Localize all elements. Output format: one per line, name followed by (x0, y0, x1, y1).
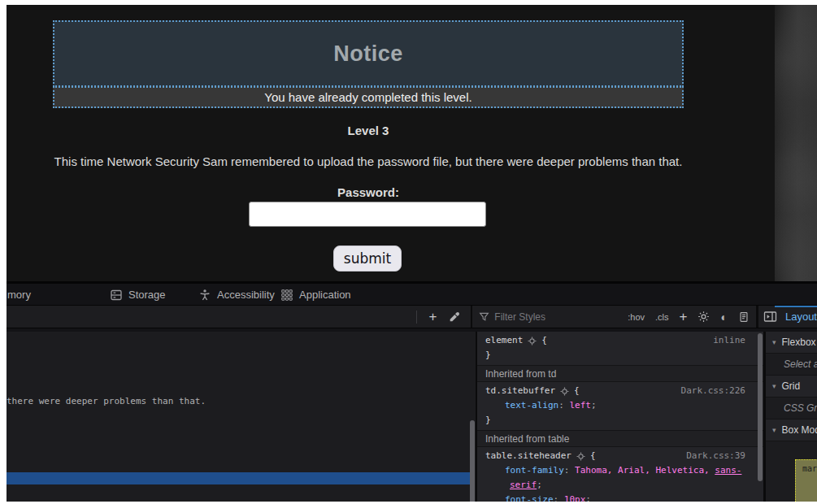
level-heading: Level 3 (7, 124, 730, 137)
rules-scrollbar[interactable] (758, 333, 763, 481)
devtools-tab-bar: mory Storage (7, 284, 817, 306)
password-input[interactable] (249, 202, 486, 227)
layout-panel: ▾ Flexbox Select a Flexbox container or … (763, 332, 817, 502)
tab-memory[interactable]: mory (7, 284, 31, 306)
dark-scheme-icon[interactable]: ◐ (720, 311, 727, 324)
grid-empty-message: CSS Grid is not in use on this page (766, 398, 817, 419)
light-scheme-icon[interactable] (697, 311, 710, 323)
tab-storage[interactable]: Storage (110, 284, 166, 306)
disclosure-triangle-icon: ▾ (772, 382, 776, 390)
print-media-icon[interactable] (738, 311, 750, 323)
accessibility-icon (198, 289, 211, 302)
split-console-pane-icon[interactable] (763, 311, 777, 323)
browser-viewport: Notice You have already completed this l… (7, 5, 817, 502)
rule-selector[interactable]: td.sitebuffer { (485, 384, 580, 398)
inspector-toolbar: + :hov (7, 306, 817, 328)
css-declaration[interactable]: font-size: 10px; (485, 493, 745, 502)
notice-title: Notice (333, 41, 403, 67)
notice-box: Notice You have already completed this l… (53, 20, 684, 108)
css-declaration[interactable]: font-family: Tahoma, Arial, Helvetica, s… (485, 463, 745, 493)
markup-text-node[interactable]: there were deeper problems than that. (7, 396, 206, 406)
rule-source: Dark.css:226 (681, 384, 745, 398)
notice-header: Notice (53, 20, 684, 87)
filter-icon (479, 311, 489, 322)
selected-node-row[interactable] (7, 472, 471, 484)
flexbox-empty-message: Select a Flexbox container or item to co… (766, 354, 817, 376)
markup-scrollbar[interactable] (470, 420, 475, 502)
disclosure-triangle-icon: ▾ (772, 426, 776, 434)
level-description: This time Network Security Sam remembere… (7, 154, 730, 168)
toolbar-separator (416, 311, 417, 324)
tab-accessibility[interactable]: Accessibility (198, 284, 275, 306)
rules-toolbar-buttons: :hov .cls + ◐ (628, 311, 750, 324)
inherited-from-header: Inherited from table (477, 430, 763, 447)
screenshot-frame: Notice You have already completed this l… (0, 0, 817, 504)
selector-highlighter-icon[interactable] (576, 452, 585, 461)
password-label: Password: (7, 185, 730, 199)
notice-message: You have already completed this level. (53, 86, 684, 108)
disclosure-triangle-icon: ▾ (772, 338, 776, 346)
margin-label: margin (802, 464, 817, 473)
rule-selector[interactable]: table.siteheader { (485, 449, 596, 463)
devtools-panel: mory Storage (7, 281, 817, 502)
rule-source: Dark.css:39 (686, 449, 745, 463)
filter-styles-input[interactable] (494, 311, 623, 323)
box-model-margin-region[interactable]: margin (795, 459, 817, 502)
section-box-model[interactable]: ▾ Box Model (766, 419, 817, 441)
section-grid[interactable]: ▾ Grid (766, 376, 817, 398)
webpage: Notice You have already completed this l… (7, 5, 817, 281)
rule-source: inline (713, 333, 745, 348)
css-rule-table-siteheader[interactable]: table.siteheader { Dark.css:39 (477, 447, 757, 502)
css-rule-element[interactable]: element { inline (477, 332, 757, 365)
add-node-button[interactable]: + (428, 311, 437, 324)
selector-highlighter-icon[interactable] (528, 337, 537, 345)
css-declaration[interactable]: text-align: left; (485, 398, 745, 413)
toggle-pseudo-classes-button[interactable]: :hov (628, 312, 645, 322)
sidebar-toolbar: Layout (756, 306, 817, 328)
active-tab-indicator (775, 306, 817, 307)
page-background-texture (775, 5, 817, 281)
inspector-panels: there were deeper problems than that. el… (7, 332, 817, 502)
rules-view: element { inline (477, 332, 763, 502)
box-model-diagram: margin (766, 441, 817, 502)
css-rule-td-sitebuffer[interactable]: td.sitebuffer { Dark.css:226 (477, 382, 757, 430)
markup-toolbar: + (7, 306, 472, 328)
rule-selector[interactable]: element { (485, 333, 547, 348)
selector-highlighter-icon[interactable] (560, 387, 569, 396)
add-rule-button[interactable]: + (680, 311, 688, 324)
inherited-from-header: Inherited from td (477, 365, 763, 382)
submit-button[interactable]: submit (333, 245, 402, 272)
toggle-classes-button[interactable]: .cls (655, 312, 669, 322)
rules-toolbar: :hov .cls + ◐ (472, 306, 756, 328)
section-flexbox[interactable]: ▾ Flexbox (766, 332, 817, 354)
storage-icon (110, 289, 123, 302)
tab-layout[interactable]: Layout (785, 311, 817, 323)
markup-view[interactable]: there were deeper problems than that. (7, 332, 477, 502)
eyedropper-icon[interactable] (448, 311, 461, 324)
application-icon (280, 289, 293, 302)
tab-application[interactable]: Application (280, 284, 351, 306)
